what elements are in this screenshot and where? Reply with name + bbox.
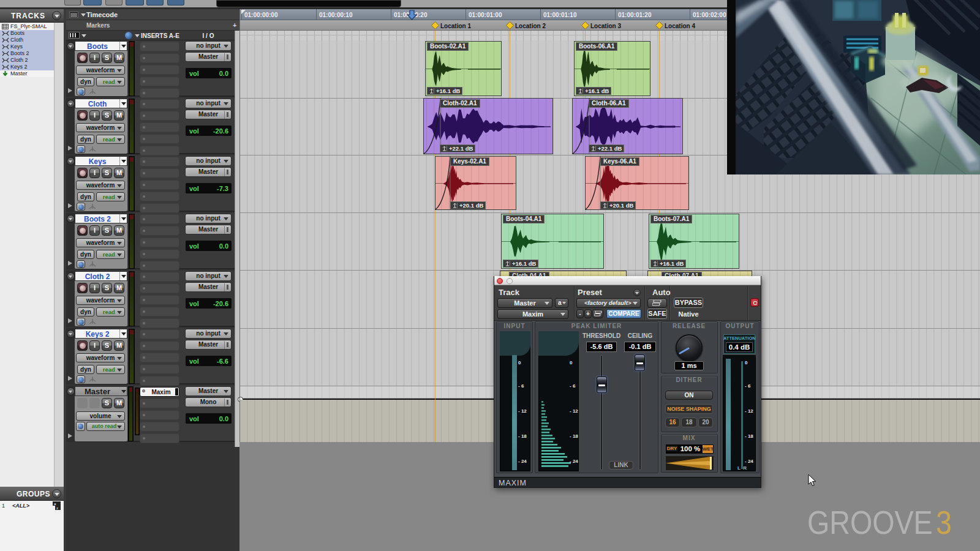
svg-text:z: z [56,506,58,510]
